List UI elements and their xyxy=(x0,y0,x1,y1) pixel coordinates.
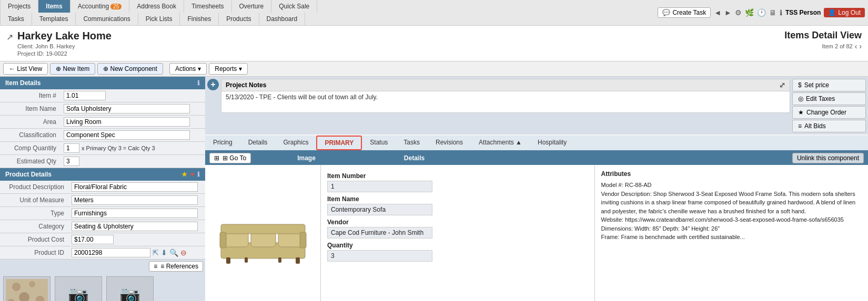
nav-row-2: Tasks Templates Communications Pick List… xyxy=(0,13,654,25)
tab-tasks[interactable]: Tasks xyxy=(396,136,428,150)
nav-tab-products[interactable]: Products xyxy=(219,13,259,25)
reports-dropdown[interactable]: Reports ▾ xyxy=(209,63,248,75)
estimated-qty-input[interactable] xyxy=(64,157,79,166)
goto-button[interactable]: ⊞ ⊞ Go To xyxy=(209,153,251,163)
table-row: Unit of Measure xyxy=(0,194,205,207)
unit-of-measure-input[interactable] xyxy=(72,195,198,205)
set-price-button[interactable]: $ Set price xyxy=(792,79,866,91)
table-row: Area xyxy=(0,116,205,129)
alt-bids-button[interactable]: ≡ Alt Bids xyxy=(792,120,866,132)
nav-tab-accounting[interactable]: Accounting25 xyxy=(70,0,130,13)
info-icon[interactable]: ℹ xyxy=(197,171,200,178)
product-cost-input[interactable] xyxy=(72,235,114,244)
notes-title: Project Notes xyxy=(226,81,266,89)
product-id-action1-button[interactable]: ⇱ xyxy=(153,248,159,257)
nav-tab-finishes[interactable]: Finishes xyxy=(180,13,219,25)
notes-header: Project Notes ⤢ xyxy=(221,79,790,91)
nav-tab-quick-sale[interactable]: Quick Sale xyxy=(271,0,317,13)
component-body: Item Number 1 Item Name Contemporary Sof… xyxy=(205,165,868,301)
add-note-button[interactable]: + xyxy=(207,79,219,90)
left-panel: Item Details ℹ Item # Item Name Area Cla… xyxy=(0,77,205,301)
svg-rect-15 xyxy=(245,257,248,263)
change-order-button[interactable]: ★ Change Order xyxy=(792,106,866,119)
actions-dropdown[interactable]: Actions ▾ xyxy=(169,63,207,75)
list-view-button[interactable]: ← List View xyxy=(3,63,48,75)
prev-item-button[interactable]: ‹ xyxy=(855,42,857,50)
product-id-download-button[interactable]: ⬇ xyxy=(161,248,167,257)
accounting-badge: 25 xyxy=(110,4,122,9)
new-item-button[interactable]: ⊕ New Item xyxy=(50,63,95,75)
item-name-label: Item Name xyxy=(327,195,588,203)
tab-revisions[interactable]: Revisions xyxy=(428,136,471,150)
star-icon[interactable]: ★ xyxy=(181,171,187,178)
svg-rect-8 xyxy=(251,232,276,247)
svg-rect-9 xyxy=(278,232,303,247)
item-name-input[interactable] xyxy=(64,104,190,113)
nav-tab-dashboard[interactable]: Dashboard xyxy=(259,13,306,25)
clock-icon[interactable]: 🕐 xyxy=(757,8,766,17)
tab-graphics[interactable]: Graphics xyxy=(275,136,316,150)
fabric-pattern xyxy=(6,279,48,301)
product-id-input[interactable] xyxy=(72,248,150,257)
vendor-value: Cape Cod Furniture - John Smith xyxy=(327,227,432,238)
svg-rect-7 xyxy=(224,232,248,247)
nav-tab-tasks[interactable]: Tasks xyxy=(0,13,32,25)
tab-status[interactable]: Status xyxy=(362,136,396,150)
tab-hospitality[interactable]: Hospitality xyxy=(530,136,574,150)
heart-icon[interactable]: ♥ xyxy=(190,171,194,178)
svg-rect-11 xyxy=(220,232,226,248)
product-thumbnail-2[interactable]: 📷 xyxy=(55,276,102,301)
nav-tab-items[interactable]: Items xyxy=(38,0,70,13)
product-id-search-button[interactable]: 🔍 xyxy=(169,248,178,257)
nav-tab-projects[interactable]: Projects xyxy=(0,0,38,13)
next-icon[interactable]: ► xyxy=(724,8,732,17)
client-info: Client: John B. Harkey xyxy=(17,43,112,49)
camera-icon: 📷 xyxy=(68,285,89,301)
nav-tab-address-book[interactable]: Address Book xyxy=(129,0,184,13)
notes-section: Project Notes ⤢ 5/13/2020 - TPE - Client… xyxy=(221,79,790,113)
external-link-icon[interactable]: ↗ xyxy=(6,32,13,42)
logout-button[interactable]: 👤 Log Out xyxy=(824,8,865,17)
product-details-table: Product Description Unit of Measure Type… xyxy=(0,181,205,260)
references-button[interactable]: ≡ ≡ References xyxy=(149,261,203,272)
product-thumbnail-3[interactable]: 📷 xyxy=(106,276,154,301)
tab-attachments[interactable]: Attachments ▲ xyxy=(471,136,530,150)
list-icon: ≡ xyxy=(798,122,802,130)
product-description-input[interactable] xyxy=(72,182,198,192)
new-component-button[interactable]: ⊕ New Component xyxy=(97,63,163,75)
next-item-button[interactable]: › xyxy=(859,42,862,50)
prev-icon[interactable]: ◄ xyxy=(714,8,721,17)
product-thumbnail-1[interactable] xyxy=(3,276,51,301)
monitor-icon[interactable]: 🖥 xyxy=(769,8,776,17)
info-icon[interactable]: ℹ xyxy=(780,8,782,17)
edit-taxes-button[interactable]: ◎ Edit Taxes xyxy=(792,92,866,105)
component-image-area xyxy=(205,165,321,301)
area-input[interactable] xyxy=(64,117,190,127)
table-row: Comp Quantity x Primary Qty 3 = Calc Qty… xyxy=(0,142,205,155)
info-icon[interactable]: ℹ xyxy=(197,79,200,87)
category-input[interactable] xyxy=(72,222,198,231)
nav-tab-templates[interactable]: Templates xyxy=(32,13,76,25)
tab-pricing[interactable]: Pricing xyxy=(205,136,240,150)
nav-tab-communications[interactable]: Communications xyxy=(76,13,138,25)
nav-tab-timesheets[interactable]: Timesheets xyxy=(184,0,232,13)
type-input[interactable] xyxy=(72,209,198,218)
comp-quantity-input[interactable] xyxy=(64,143,79,153)
top-right-controls: 💬 Create Task ◄ ► ⚙ 🌿 🕐 🖥 ℹ TSS Person 👤… xyxy=(654,0,868,25)
table-row: Item Name xyxy=(0,102,205,116)
nav-tab-overture[interactable]: Overture xyxy=(232,0,272,13)
item-number-input[interactable] xyxy=(64,91,106,100)
classification-input[interactable] xyxy=(64,130,190,140)
create-task-button[interactable]: 💬 Create Task xyxy=(658,7,711,18)
nav-tab-pick-lists[interactable]: Pick Lists xyxy=(138,13,180,25)
leaf-icon[interactable]: 🌿 xyxy=(745,8,754,17)
expand-icon[interactable]: ⤢ xyxy=(779,81,785,89)
table-row: Product ID ⇱ ⬇ 🔍 ⊖ xyxy=(0,246,205,260)
gear-icon[interactable]: ⚙ xyxy=(735,8,742,17)
product-id-clear-button[interactable]: ⊖ xyxy=(180,248,187,257)
unlink-button[interactable]: Unlink this component xyxy=(792,153,864,163)
project-name: Harkey Lake Home xyxy=(17,30,112,42)
project-id: Project ID: 19-0022 xyxy=(17,50,112,57)
tab-details[interactable]: Details xyxy=(240,136,276,150)
tab-primary[interactable]: PRIMARY xyxy=(316,136,362,150)
